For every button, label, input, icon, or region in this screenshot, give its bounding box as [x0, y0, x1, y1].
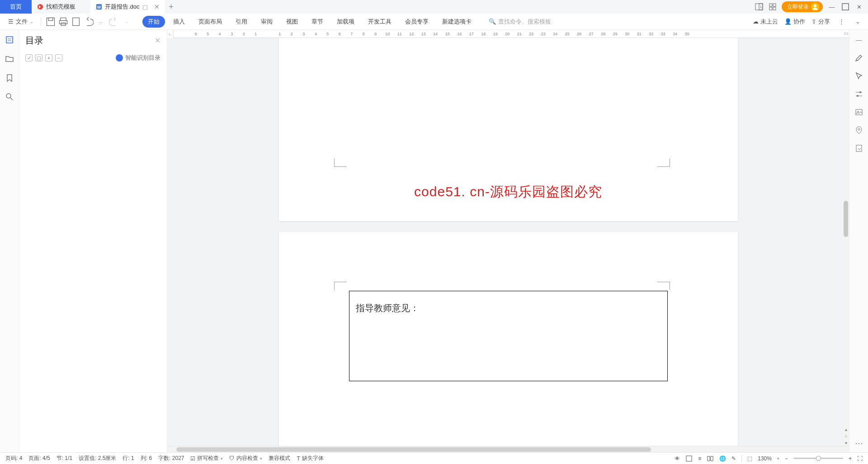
ribbon-tab-start[interactable]: 开始	[142, 16, 165, 28]
ribbon-tab-custom[interactable]: 新建选项卡	[437, 16, 477, 28]
ribbon-tab-insert[interactable]: 插入	[168, 16, 190, 28]
folder-icon[interactable]	[5, 54, 14, 63]
undo-dropdown[interactable]: ⌄	[96, 17, 106, 27]
content-check-button[interactable]: ⛉内容检查 ▾	[229, 455, 262, 462]
close-button[interactable]: ✕	[854, 2, 863, 11]
horizontal-ruler[interactable]: 6543211234567891011121314151617181920212…	[167, 30, 849, 38]
grid-icon[interactable]	[768, 2, 777, 11]
maximize-button[interactable]	[841, 2, 850, 11]
fullscreen-icon[interactable]: ⛶	[857, 455, 863, 462]
missing-font-button[interactable]: T缺失字体	[297, 455, 323, 462]
redo-dropdown[interactable]: ⌄	[122, 17, 132, 27]
ribbon-tab-review[interactable]: 审阅	[255, 16, 278, 28]
ribbon-tab-reference[interactable]: 引用	[230, 16, 253, 28]
horizontal-scrollbar[interactable]	[167, 446, 849, 452]
more-icon[interactable]: ⋮	[836, 17, 846, 27]
view-page-icon[interactable]	[685, 455, 693, 462]
ruler-tick: 32	[645, 32, 657, 36]
ribbon-tab-member[interactable]: 会员专享	[400, 16, 434, 28]
minimize-button[interactable]: —	[827, 2, 836, 11]
print-button[interactable]	[58, 17, 68, 27]
tab-templates[interactable]: 找稻壳模板	[32, 0, 90, 14]
more-icon[interactable]: ⋯	[854, 439, 863, 448]
zoom-value[interactable]: 130%	[758, 455, 772, 462]
page-nav-icon[interactable]	[854, 144, 863, 153]
settings-slider-icon[interactable]	[854, 90, 863, 99]
tab-home[interactable]: 首页	[0, 0, 32, 14]
view-read-icon[interactable]	[707, 455, 714, 462]
ruler-tick: 15	[442, 32, 454, 36]
document-scroll[interactable]: code51. cn-源码乐园盗图必究 指导教师意见：	[167, 38, 849, 446]
location-icon[interactable]	[854, 126, 863, 135]
zoom-slider[interactable]	[793, 458, 843, 459]
collab-button[interactable]: 👤协作	[784, 18, 805, 26]
next-page-icon[interactable]: ▾	[843, 440, 849, 446]
content-cell[interactable]: 指导教师意见：	[349, 291, 668, 381]
outline-icon[interactable]	[5, 35, 14, 44]
status-page[interactable]: 页面: 4/5	[28, 455, 50, 462]
ribbon-tab-chapter[interactable]: 章节	[306, 16, 329, 28]
pen-icon[interactable]	[854, 53, 863, 62]
redo-button[interactable]	[109, 17, 119, 27]
zoom-out-button[interactable]: −	[785, 455, 788, 462]
status-setting[interactable]: 设置值: 2.5厘米	[79, 455, 116, 462]
view-focus-icon[interactable]: ✎	[731, 455, 736, 462]
print-preview-button[interactable]	[71, 17, 81, 27]
save-button[interactable]	[46, 17, 56, 27]
undo-button[interactable]	[84, 17, 94, 27]
prev-page-icon[interactable]: ▴	[843, 426, 849, 432]
toc-level-up[interactable]: +	[45, 54, 52, 62]
smart-toc-button[interactable]: 智能识别目录	[116, 54, 160, 62]
smart-badge-icon	[116, 54, 123, 62]
ribbon-tab-layout[interactable]: 页面布局	[193, 16, 227, 28]
file-menu[interactable]: ☰ 文件 ⌄	[5, 18, 36, 26]
cursor-icon[interactable]	[854, 71, 863, 80]
toc-collapse-all[interactable]: ▢	[35, 54, 42, 62]
ruler-toggle[interactable]: ▭	[844, 31, 848, 36]
search-icon: 🔍	[489, 18, 496, 25]
page-previous: code51. cn-源码乐园盗图必究	[279, 38, 738, 221]
status-words[interactable]: 字数: 2027	[158, 455, 184, 462]
status-page-code[interactable]: 页码: 4	[5, 455, 22, 462]
new-tab-button[interactable]: +	[165, 2, 178, 12]
bookmark-icon[interactable]	[5, 73, 14, 82]
zoom-in-button[interactable]: +	[849, 455, 852, 462]
close-icon[interactable]: ✕	[154, 3, 160, 10]
ruler-tick: 4	[214, 32, 226, 36]
status-col[interactable]: 列: 6	[141, 455, 152, 462]
goto-icon[interactable]: ○	[843, 433, 849, 439]
close-icon[interactable]: ✕	[155, 36, 160, 45]
workspace-icon[interactable]: 1	[755, 2, 764, 11]
collapse-ribbon-icon[interactable]: ⌄	[853, 17, 863, 27]
ribbon-tab-devtools[interactable]: 开发工具	[363, 16, 397, 28]
svg-text:W: W	[97, 5, 101, 9]
toc-level-down[interactable]: −	[55, 54, 62, 62]
status-row[interactable]: 行: 1	[123, 455, 134, 462]
status-section[interactable]: 节: 1/1	[57, 455, 72, 462]
tab-document[interactable]: W 开题报告.doc ▢ ✕	[90, 0, 165, 14]
ribbon-tab-addons[interactable]: 加载项	[331, 16, 360, 28]
left-rail	[0, 30, 19, 452]
scroll-thumb[interactable]	[844, 201, 848, 237]
image-icon[interactable]	[854, 108, 863, 117]
ruler-tick: 13	[418, 32, 430, 36]
share-button[interactable]: ⇪分享	[811, 18, 830, 26]
zoom-handle[interactable]	[816, 456, 821, 461]
login-button[interactable]: 立即登录	[782, 1, 823, 12]
tab-window-icon[interactable]: ▢	[142, 4, 148, 10]
ribbon-tab-view[interactable]: 视图	[281, 16, 303, 28]
spellcheck-button[interactable]: ☑拼写检查 ▾	[190, 455, 223, 462]
search-icon[interactable]	[5, 92, 14, 101]
cloud-status[interactable]: ☁未上云	[753, 18, 778, 26]
right-rail: — ⋯	[849, 30, 868, 452]
command-search[interactable]: 🔍 查找命令、搜索模板	[489, 18, 551, 26]
highlight-icon[interactable]: —	[854, 35, 863, 44]
vertical-scrollbar[interactable]: ▴ ○ ▾	[843, 38, 849, 446]
compat-mode[interactable]: 兼容模式	[269, 455, 290, 462]
view-web-icon[interactable]: 🌐	[719, 455, 726, 462]
fit-icon[interactable]: ⬚	[747, 455, 752, 462]
toc-expand-all[interactable]: ✓	[25, 54, 33, 62]
view-outline-icon[interactable]: ≡	[698, 455, 701, 462]
scroll-thumb[interactable]	[176, 447, 651, 452]
eye-icon[interactable]: 👁	[675, 455, 680, 462]
